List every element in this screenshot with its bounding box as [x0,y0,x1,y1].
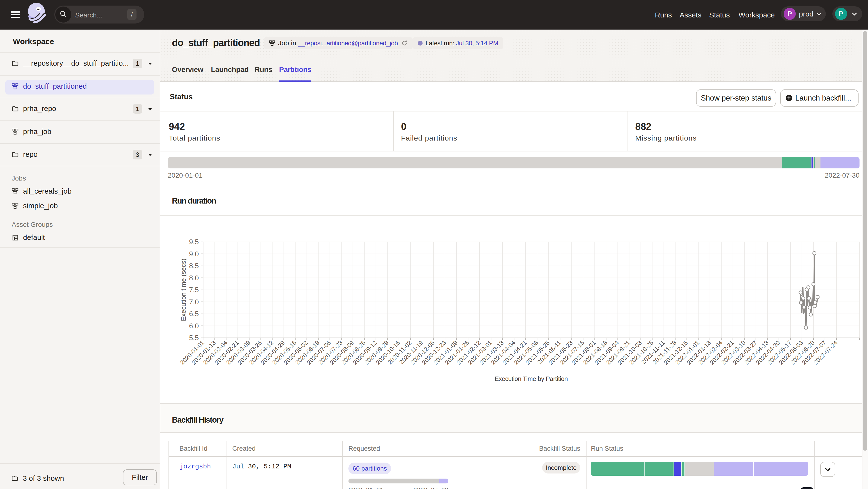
svg-text:7.0: 7.0 [189,298,199,306]
svg-text:9.0: 9.0 [189,250,199,258]
svg-text:Execution Time by Partition: Execution Time by Partition [495,375,568,382]
svg-text:6.5: 6.5 [189,310,199,318]
svg-text:5.5: 5.5 [189,334,199,342]
svg-text:8.5: 8.5 [189,262,199,270]
svg-text:7.5: 7.5 [189,286,199,294]
svg-text:8.0: 8.0 [189,274,199,282]
svg-text:6.0: 6.0 [189,322,199,330]
svg-text:9.5: 9.5 [189,238,199,246]
svg-text:Execution time (secs): Execution time (secs) [180,259,187,321]
